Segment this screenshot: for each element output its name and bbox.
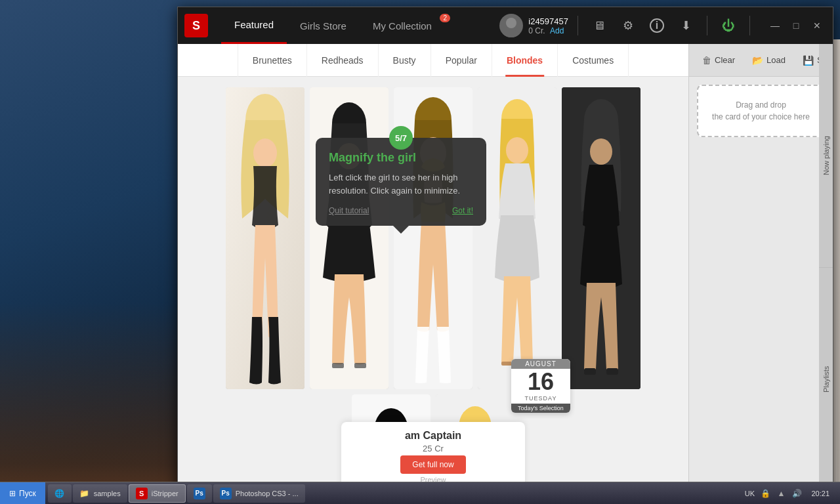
title-bar-right: i24597457 0 Cr. Add 🖥 ⚙ i ⬇ ⏻: [499, 14, 826, 37]
maximize-button[interactable]: □: [787, 16, 805, 35]
tutorial-tooltip: 5/7 Magnify the girl Left click the girl…: [316, 138, 486, 226]
language-indicator[interactable]: UK: [743, 487, 756, 500]
separator-2: [707, 16, 707, 35]
svg-point-1: [502, 30, 520, 37]
tooltip-text: Left click the girl to see her in high r…: [329, 171, 473, 197]
now-playing-label[interactable]: Now playing: [819, 44, 833, 268]
ps-icon-2: Ps: [220, 488, 232, 499]
right-sidebar: 🗑 Clear 📂 Load 💾 Save Drag and drop the …: [688, 44, 833, 492]
user-avatar: [499, 14, 523, 37]
taskbar-istripper[interactable]: S iStripper: [129, 484, 186, 503]
gear-icon-btn[interactable]: ⚙: [616, 14, 640, 37]
girl-browser: Brunettes Redheads Busty Popular Blondes…: [178, 44, 688, 492]
calendar-day: 16: [511, 369, 570, 395]
load-icon: 📂: [752, 55, 763, 66]
tooltip-arrow: [393, 226, 409, 234]
filter-redheads[interactable]: Redheads: [307, 44, 379, 77]
info-icon-btn[interactable]: i: [645, 14, 669, 37]
taskbar-right: UK 🔒 ▲ 🔊 20:21: [738, 482, 840, 504]
calendar-badge: AUGUST 16 TUESDAY Today's Selection: [511, 359, 570, 413]
collection-badge: 2: [440, 14, 450, 22]
gear-icon: ⚙: [623, 18, 633, 33]
separator-1: [578, 16, 578, 35]
nav-tab-featured[interactable]: Featured: [221, 7, 287, 44]
calendar-selection: Today's Selection: [511, 404, 570, 413]
user-info: i24597457 0 Cr. Add: [528, 16, 568, 35]
tooltip-title: Magnify the girl: [329, 151, 473, 165]
taskbar: ⊞ Пуск 🌐 📁 samples S iStripper Ps Ps Pho…: [0, 482, 840, 504]
power-icon: ⏻: [722, 18, 735, 33]
drop-zone[interactable]: Drag and drop the card of your choice he…: [697, 85, 825, 137]
close-button[interactable]: ✕: [808, 16, 826, 35]
filter-brunettes[interactable]: Brunettes: [238, 44, 307, 77]
nav-tab-girls-store[interactable]: Girls Store: [287, 7, 360, 44]
app-logo: S: [184, 14, 208, 37]
sidebar-actions: 🗑 Clear 📂 Load 💾 Save: [689, 44, 833, 77]
filter-costumes[interactable]: Costumes: [558, 44, 629, 77]
save-icon: 💾: [803, 55, 814, 66]
main-content: Brunettes Redheads Busty Popular Blondes…: [178, 44, 833, 492]
taskbar-items: 🌐 📁 samples S iStripper Ps Ps Photoshop …: [45, 484, 738, 503]
add-credits-link[interactable]: Add: [550, 26, 564, 35]
tooltip-box: 5/7 Magnify the girl Left click the girl…: [316, 138, 486, 226]
girl-card-5[interactable]: [562, 87, 640, 389]
quit-tutorial-link[interactable]: Quit tutorial: [329, 206, 369, 215]
svg-rect-21: [584, 368, 596, 375]
minimize-button[interactable]: —: [766, 16, 784, 35]
monitor-icon-btn[interactable]: 🖥: [587, 14, 611, 37]
tooltip-counter: 5/7: [389, 126, 413, 150]
download-icon: ⬇: [681, 18, 691, 33]
folder-icon: 📁: [79, 488, 90, 499]
start-button[interactable]: ⊞ Пуск: [0, 482, 45, 504]
svg-point-0: [506, 18, 516, 28]
girl-card-2[interactable]: [310, 87, 388, 389]
load-button[interactable]: 📂 Load: [747, 52, 791, 68]
girl-card-4[interactable]: [478, 87, 556, 389]
tooltip-actions: Quit tutorial Got it!: [329, 206, 473, 215]
svg-point-20: [590, 138, 612, 165]
info-icon: i: [650, 18, 664, 33]
system-clock: 20:21: [806, 490, 835, 497]
download-icon-btn[interactable]: ⬇: [674, 14, 698, 37]
istripper-icon: S: [136, 488, 148, 499]
featured-credits: 25 Cr: [354, 444, 512, 453]
filter-busty[interactable]: Busty: [379, 44, 431, 77]
monitor-icon: 🖥: [593, 19, 605, 33]
nav-tab-my-collection[interactable]: My Collection 2: [360, 7, 452, 44]
separator-3: [749, 16, 750, 35]
playlists-label[interactable]: Playlists: [819, 268, 833, 492]
clear-icon: 🗑: [702, 55, 711, 66]
expand-icon[interactable]: ▲: [774, 487, 788, 500]
ps-icon-1: Ps: [194, 488, 205, 499]
nav-tabs: Featured Girls Store My Collection 2: [221, 7, 499, 44]
svg-rect-9: [354, 363, 366, 368]
calendar-weekday: TUESDAY: [511, 395, 570, 404]
filter-popular[interactable]: Popular: [431, 44, 492, 77]
got-it-link[interactable]: Got it!: [452, 206, 473, 215]
taskbar-photoshop2[interactable]: Ps Photoshop CS3 - ...: [213, 484, 305, 503]
svg-point-15: [506, 137, 528, 163]
start-icon: ⊞: [9, 489, 16, 498]
svg-rect-22: [606, 368, 618, 375]
vertical-labels: Now playing Playlists: [819, 44, 833, 492]
get-full-button[interactable]: Get full now: [400, 455, 465, 474]
girls-grid: 5/7 Magnify the girl Left click the girl…: [178, 77, 688, 492]
filter-blondes[interactable]: Blondes: [492, 44, 558, 77]
girl-card-1[interactable]: [226, 87, 304, 389]
sound-icon[interactable]: 🔊: [790, 487, 803, 500]
lock-icon[interactable]: 🔒: [759, 487, 772, 500]
window-controls: — □ ✕: [766, 16, 826, 35]
clear-button[interactable]: 🗑 Clear: [697, 52, 740, 68]
power-icon-btn[interactable]: ⏻: [717, 14, 740, 37]
chrome-icon: 🌐: [54, 488, 65, 499]
taskbar-photoshop[interactable]: Ps: [187, 484, 212, 503]
username: i24597457: [528, 16, 568, 26]
app-window: S Featured Girls Store My Collection 2 i: [177, 7, 833, 492]
taskbar-samples[interactable]: 📁 samples: [73, 484, 127, 503]
calendar-month: AUGUST: [511, 359, 570, 369]
svg-rect-8: [332, 363, 344, 368]
title-bar: S Featured Girls Store My Collection 2 i: [178, 7, 833, 44]
filter-bar: Brunettes Redheads Busty Popular Blondes…: [178, 44, 688, 77]
taskbar-chrome[interactable]: 🌐: [48, 484, 72, 503]
svg-point-4: [253, 138, 277, 167]
